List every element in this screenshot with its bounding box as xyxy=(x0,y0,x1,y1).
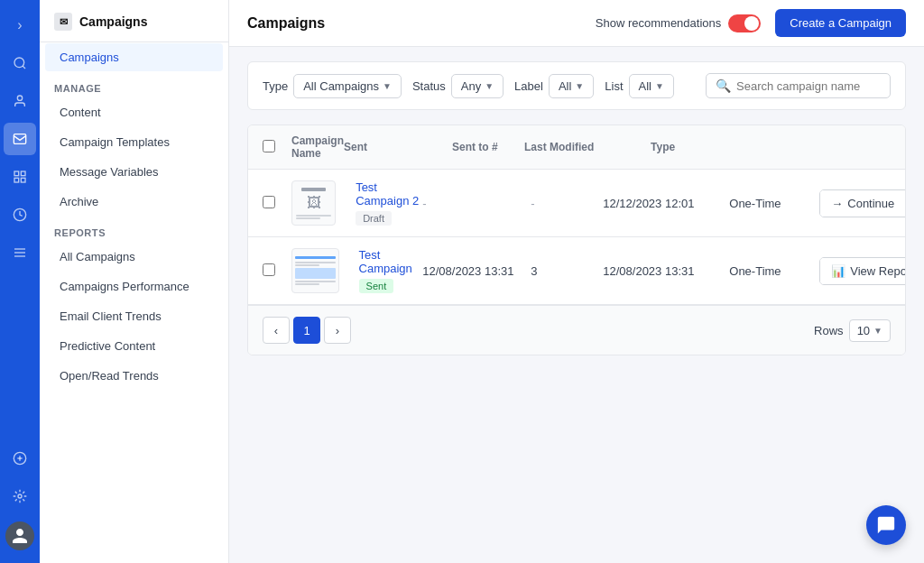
rows-chevron-icon: ▼ xyxy=(873,326,882,336)
content-area: Type All Campaigns ▼ Status Any ▼ Label … xyxy=(229,47,924,563)
svg-rect-3 xyxy=(14,171,19,176)
row2-campaign-name[interactable]: Test Campaign xyxy=(359,248,423,275)
status-filter-group: Status Any ▼ xyxy=(412,74,504,98)
page-title: Campaigns xyxy=(247,15,325,32)
sidebar-header: ✉ Campaigns xyxy=(40,0,228,42)
row1-campaign-info: Test Campaign 2 Draft xyxy=(345,180,422,226)
label-filter-group: Label All ▼ xyxy=(514,74,594,98)
user-avatar[interactable] xyxy=(5,521,34,550)
sidebar-item-all-campaigns[interactable]: All Campaigns xyxy=(45,243,223,271)
sidebar-item-campaigns[interactable]: Campaigns xyxy=(45,43,223,71)
sidebar-item-message-variables[interactable]: Message Variables xyxy=(45,158,223,186)
nav-person-btn[interactable] xyxy=(4,85,36,117)
sidebar-item-content[interactable]: Content xyxy=(45,98,223,126)
pagination-bar: ‹ 1 › Rows 10 ▼ xyxy=(248,305,905,355)
type-header: Type xyxy=(651,141,741,153)
rows-select[interactable]: 10 ▼ xyxy=(849,319,891,342)
sidebar-item-campaign-templates[interactable]: Campaign Templates xyxy=(45,128,223,156)
row2-view-report-button[interactable]: 📊 View Report xyxy=(820,258,906,284)
sidebar-item-email-client-trends[interactable]: Email Client Trends xyxy=(45,302,223,330)
list-filter-value: All xyxy=(639,79,651,93)
type-filter-select[interactable]: All Campaigns ▼ xyxy=(293,74,402,98)
row1-sent-cell: - xyxy=(422,197,531,210)
main-content: Campaigns Show recommendations Create a … xyxy=(229,0,924,563)
row1-action-cell: → Continue ▼ xyxy=(819,189,906,217)
show-recommendations-toggle[interactable] xyxy=(728,14,761,32)
nav-menu-btn[interactable] xyxy=(4,236,36,269)
sidebar-item-archive[interactable]: Archive xyxy=(45,188,223,216)
nav-analytics-btn[interactable] xyxy=(4,198,36,231)
row2-action-button[interactable]: 📊 View Report ▼ xyxy=(819,257,906,285)
row1-continue-button[interactable]: → Continue xyxy=(820,190,906,217)
status-chevron-icon: ▼ xyxy=(485,81,494,91)
svg-point-0 xyxy=(14,58,24,68)
svg-rect-5 xyxy=(14,178,19,182)
select-all-checkbox[interactable] xyxy=(263,140,275,152)
search-input[interactable] xyxy=(736,79,881,93)
filter-bar: Type All Campaigns ▼ Status Any ▼ Label … xyxy=(247,61,906,110)
checkbox-header-cell xyxy=(263,140,291,155)
sent-to-header: Sent to # xyxy=(452,141,524,153)
list-filter-label: List xyxy=(605,79,623,93)
sidebar-title: Campaigns xyxy=(79,14,147,29)
row2-last-modified-cell: 12/08/2023 13:31 xyxy=(603,264,729,278)
show-recommendations-label: Show recommendations xyxy=(596,16,721,30)
campaigns-table: Campaign Name Sent Sent to # Last Modifi… xyxy=(247,125,906,355)
row1-checkbox-cell xyxy=(263,196,291,211)
sent-header: Sent xyxy=(344,141,452,153)
row1-type-cell: One-Time xyxy=(729,197,819,210)
svg-point-14 xyxy=(18,494,22,498)
list-chevron-icon: ▼ xyxy=(655,81,664,91)
prev-page-button[interactable]: ‹ xyxy=(263,317,290,344)
top-header: Campaigns Show recommendations Create a … xyxy=(229,0,924,47)
nav-settings-btn[interactable] xyxy=(4,480,36,512)
row1-action-label: Continue xyxy=(847,197,894,210)
row2-sent-to-cell: 3 xyxy=(531,264,603,278)
row1-thumbnail: 🖼 xyxy=(291,180,336,226)
row1-action-button[interactable]: → Continue ▼ xyxy=(819,189,906,217)
next-page-button[interactable]: › xyxy=(324,317,351,344)
row2-action-label: View Report xyxy=(850,264,906,278)
current-page-button[interactable]: 1 xyxy=(293,317,320,344)
chat-bubble-button[interactable] xyxy=(866,505,906,545)
rows-value: 10 xyxy=(857,324,870,337)
nav-email-btn[interactable] xyxy=(4,123,36,155)
type-filter-label: Type xyxy=(263,79,288,93)
sidebar-item-campaigns-performance[interactable]: Campaigns Performance xyxy=(45,272,223,300)
row1-status-badge: Draft xyxy=(356,211,392,226)
svg-point-1 xyxy=(17,96,22,100)
sidebar-header-icon: ✉ xyxy=(54,13,72,31)
svg-rect-2 xyxy=(14,134,25,144)
nav-add-btn[interactable] xyxy=(4,442,36,475)
sidebar-reports-label: REPORTS xyxy=(40,217,228,242)
sidebar-item-predictive-content[interactable]: Predictive Content xyxy=(45,332,223,360)
label-filter-select[interactable]: All ▼ xyxy=(549,74,594,98)
thumb-image-icon: 🖼 xyxy=(296,193,331,213)
row2-checkbox[interactable] xyxy=(263,263,275,276)
row2-thumbnail xyxy=(291,248,339,293)
row1-checkbox[interactable] xyxy=(263,196,275,208)
search-box[interactable]: 🔍 xyxy=(706,73,891,98)
row2-checkbox-cell xyxy=(263,263,291,279)
rows-label: Rows xyxy=(814,324,844,337)
sidebar-item-open-read-trends[interactable]: Open/Read Trends xyxy=(45,362,223,390)
row1-campaign-name[interactable]: Test Campaign 2 xyxy=(356,180,422,208)
row2-sent-cell: 12/08/2023 13:31 xyxy=(422,264,531,278)
header-actions: Show recommendations Create a Campaign xyxy=(596,9,906,37)
label-filter-label: Label xyxy=(514,79,543,93)
nav-expand-btn[interactable]: › xyxy=(4,9,36,42)
type-filter-value: All Campaigns xyxy=(303,79,379,93)
svg-rect-6 xyxy=(21,178,25,182)
status-filter-select[interactable]: Any ▼ xyxy=(451,74,504,98)
row1-campaign-cell: 🖼 Test Campaign 2 Draft xyxy=(291,180,422,226)
create-campaign-button[interactable]: Create a Campaign xyxy=(775,9,906,37)
row2-campaign-info: Test Campaign Sent xyxy=(348,248,423,293)
last-modified-header: Last Modified xyxy=(524,141,651,153)
status-filter-label: Status xyxy=(412,79,446,93)
list-filter-select[interactable]: All ▼ xyxy=(629,74,674,98)
nav-integrations-btn[interactable] xyxy=(4,161,36,193)
nav-rail: › xyxy=(0,0,40,563)
label-filter-value: All xyxy=(559,79,571,93)
nav-search-btn[interactable] xyxy=(4,47,36,79)
campaign-name-header: Campaign Name xyxy=(291,134,344,160)
